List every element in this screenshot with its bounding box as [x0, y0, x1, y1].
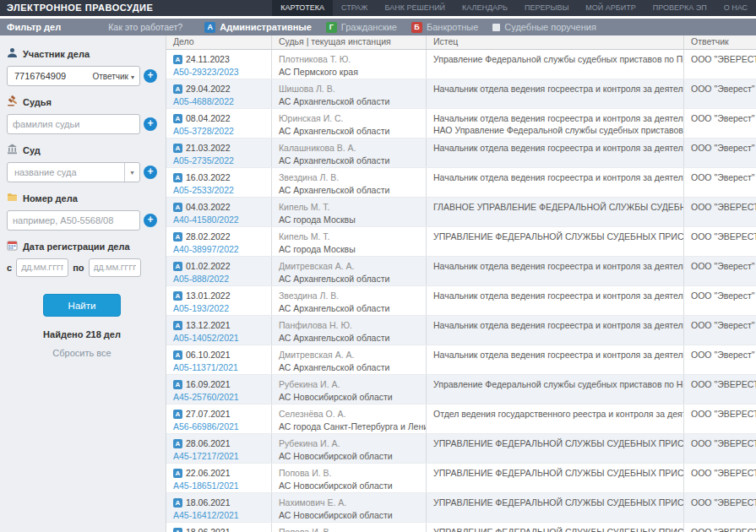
table-body: А 24.11.2023 А50-29323/2023 Плотникова Т…	[166, 50, 756, 532]
plaintiff-cell: Начальник отдела ведения госреестра и ко…	[427, 138, 684, 167]
plaintiff-line1: Начальник отдела ведения госреестра и ко…	[433, 84, 677, 94]
judge-name: Шишова Л. В.	[279, 84, 419, 94]
case-date: 18.06.2021	[186, 497, 231, 508]
court-name: АС Новосибирской области	[279, 480, 419, 491]
case-number-link[interactable]: А05-14052/2021	[173, 333, 264, 343]
page: ЭЛЕКТРОННОЕ ПРАВОСУДИЕ КАРТОТЕКАСТРАЖБАН…	[0, 0, 756, 532]
gavel-icon	[7, 95, 18, 108]
court-select[interactable]	[7, 162, 140, 182]
nav-item-proverka-ep[interactable]: ПРОВЕРКА ЭП	[645, 0, 715, 16]
case-number-link[interactable]: А05-11371/2021	[173, 362, 264, 372]
case-date: 21.03.2022	[186, 143, 231, 153]
nav-item-moy-arbitr[interactable]: МОЙ АРБИТР	[577, 0, 644, 16]
nav-item-bank-resheniy[interactable]: БАНК РЕШЕНИЙ	[376, 0, 454, 16]
case-date: 08.04.2022	[186, 113, 231, 123]
calendar-icon	[7, 240, 18, 252]
defendant-cell: ООО "ЭВЕРЕСТ"	[684, 464, 756, 492]
add-judge-button[interactable]: +	[144, 117, 157, 131]
administrative-case-icon: А	[173, 173, 182, 182]
plaintiff-cell: Начальник отдела ведения госреестра и ко…	[427, 345, 684, 374]
case-number-link[interactable]: А05-4688/2022	[173, 96, 264, 106]
nav-item-kalendar[interactable]: КАЛЕНДАРЬ	[454, 0, 516, 16]
case-type-label: Судебные поручения	[504, 22, 596, 32]
how-it-works-link[interactable]: Как это работает?	[108, 22, 182, 32]
defendant-cell: ООО "Эверест"	[684, 257, 756, 285]
case-number-link[interactable]: А05-2735/2022	[173, 155, 264, 166]
plaintiff-line1: УПРАВЛЕНИЕ ФЕДЕРАЛЬНОЙ СЛУЖБЫ СУДЕБНЫХ П…	[433, 468, 677, 478]
case-number-link[interactable]: А40-41580/2022	[173, 214, 264, 225]
judge-cell: Попова И. В. АС Новосибирской области	[272, 464, 427, 492]
case-number-label: Номер дела	[23, 193, 78, 204]
case-type-label: Гражданские	[341, 22, 397, 32]
case-number-link[interactable]: А45-17217/2021	[173, 451, 264, 461]
nav-item-pereryvy[interactable]: ПЕРЕРЫВЫ	[516, 0, 577, 16]
date-from-input[interactable]	[16, 258, 68, 277]
participant-label: Участник дела	[23, 49, 90, 59]
content: Участник дела Ответчик + Суд	[0, 35, 756, 532]
case-type-tab-grazhdanskie[interactable]: ГГражданские	[326, 22, 397, 33]
case-number-link[interactable]: А45-25760/2021	[173, 392, 264, 402]
judge-name: Панфилова Н. Ю.	[279, 320, 419, 330]
case-cell: А 24.11.2023 А50-29323/2023	[166, 50, 272, 79]
chevron-down-icon[interactable]	[124, 163, 139, 182]
case-type-tab-administrativnye[interactable]: ААдминистративные	[204, 22, 312, 33]
judge-cell: Звездина Л. В. АС Архангельской области	[272, 286, 427, 315]
cases-table: Дело Судья | текущая инстанция Истец Отв…	[166, 35, 756, 532]
defendant-cell: ООО "ЭВЕРЕСТ"	[684, 375, 756, 404]
add-participant-button[interactable]: +	[144, 69, 157, 83]
case-number-link[interactable]: А40-38997/2022	[173, 244, 264, 254]
reset-all-link[interactable]: Сбросить все	[7, 348, 157, 358]
administrative-case-icon: А	[173, 410, 182, 419]
court-name: АС Архангельской области	[279, 303, 419, 313]
case-type-tab-sudebnye-porucheniya[interactable]: Судебные поручения	[492, 22, 596, 32]
brand-title: ЭЛЕКТРОННОЕ ПРАВОСУДИЕ	[0, 0, 153, 16]
participant-role-dropdown[interactable]: Ответчик	[92, 72, 139, 81]
table-row: А 21.03.2022 А05-2735/2022 Калашникова В…	[166, 138, 756, 168]
judge-name: Нахимович Е. А.	[279, 497, 419, 508]
case-type-label: Банкротные	[427, 22, 478, 32]
nav-item-kartoteka[interactable]: КАРТОТЕКА	[272, 0, 333, 16]
case-number-link[interactable]: А50-29323/2023	[173, 67, 264, 77]
judge-name: Кипель М. Т.	[279, 202, 419, 212]
judge-section: Судья +	[7, 95, 157, 134]
nav-item-o-nas[interactable]: О НАС	[715, 0, 756, 16]
plaintiff-line1: УПРАВЛЕНИЕ ФЕДЕРАЛЬНОЙ СЛУЖБЫ СУДЕБНЫХ П…	[433, 497, 677, 508]
plaintiff-cell: Начальник отдела ведения госреестра и ко…	[427, 109, 684, 138]
case-number-link[interactable]: А05-193/2022	[173, 303, 264, 313]
plaintiff-line1: Начальник отдела ведения госреестра и ко…	[433, 113, 677, 123]
case-date: 16.03.2022	[186, 172, 231, 182]
plaintiff-line1: Управление Федеральной службы судебных п…	[433, 379, 677, 389]
plaintiff-line1: Отдел ведения государственного реестра и…	[433, 409, 677, 419]
case-type-tab-bankrotnye[interactable]: ББанкротные	[411, 22, 478, 33]
administrative-case-icon: А	[173, 55, 182, 64]
judge-cell: Юринская И. С. АС Архангельской области	[272, 109, 427, 138]
judge-name: Селезнёва О. А.	[279, 409, 419, 419]
judge-cell: Кипель М. Т. АС города Москвы	[272, 227, 427, 256]
add-case-number-button[interactable]: +	[144, 214, 157, 227]
case-number-link[interactable]: А05-2533/2022	[173, 185, 264, 195]
case-cell: А 18.06.2021	[166, 523, 272, 532]
judge-name: Рубекина И. А.	[279, 438, 419, 448]
case-number-link[interactable]: А05-888/2022	[173, 274, 264, 284]
nav-item-strazh[interactable]: СТРАЖ	[333, 0, 376, 16]
add-court-button[interactable]: +	[144, 166, 157, 179]
administrative-case-icon: А	[173, 321, 182, 330]
table-row: А 01.02.2022 А05-888/2022 Дмитревская А.…	[166, 257, 756, 286]
case-number-link[interactable]: А05-3728/2022	[173, 126, 264, 136]
court-input[interactable]	[13, 166, 124, 178]
participant-input[interactable]	[13, 70, 92, 82]
judge-cell: Звездина Л. В. АС Архангельской области	[272, 168, 427, 197]
case-number-link[interactable]: А56-66986/2021	[173, 421, 264, 432]
case-cell: А 27.07.2021 А56-66986/2021	[166, 404, 272, 433]
case-cell: А 29.04.2022 А05-4688/2022	[166, 79, 272, 108]
case-number-input[interactable]	[7, 210, 140, 231]
plaintiff-cell: Управление Федеральной службы судебных п…	[427, 50, 684, 79]
case-number-link[interactable]: А45-16412/2021	[173, 510, 264, 520]
sudebnye-porucheniya-badge-icon	[492, 24, 500, 31]
case-number-link[interactable]: А45-18651/2021	[173, 480, 264, 491]
judge-input[interactable]	[7, 114, 140, 134]
date-to-input[interactable]	[89, 258, 141, 277]
folder-icon	[7, 192, 18, 204]
search-button[interactable]: Найти	[43, 294, 121, 317]
defendant-cell: ООО "Эверест"	[684, 109, 756, 138]
